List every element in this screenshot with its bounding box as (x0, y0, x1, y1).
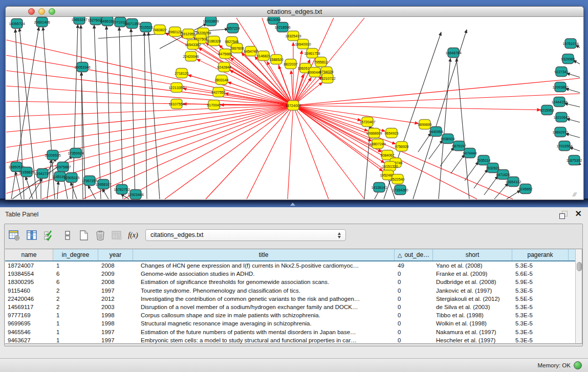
table-cell[interactable]: 9777169 (5, 312, 53, 318)
selected-edge[interactable] (83, 105, 293, 199)
scrollbar-thumb[interactable] (577, 262, 582, 271)
selected-edge[interactable] (247, 105, 293, 199)
table-cell[interactable]: 9463627 (5, 337, 53, 343)
selected-edge[interactable] (293, 94, 580, 105)
table-row[interactable]: 1938455462009Genome-wide association stu… (5, 270, 575, 278)
table-cell[interactable]: Estimation of significance thresholds fo… (133, 279, 395, 285)
selected-edge[interactable] (293, 78, 580, 105)
column-header-short[interactable]: short (433, 249, 512, 260)
selected-edge[interactable] (293, 105, 364, 199)
edge[interactable] (71, 182, 77, 199)
column-header-year[interactable]: year (98, 249, 133, 260)
table-cell[interactable]: Embryonic stem cells: a model to study s… (133, 337, 395, 343)
edge[interactable] (144, 32, 147, 199)
network-graph[interactable]: 1872400789601238912955182260589827508165… (6, 17, 582, 200)
table-cell[interactable]: Tibbo et al. (1998) (433, 312, 512, 318)
table-cell[interactable]: Tourette syndrome. Phenomenology and cla… (133, 288, 395, 294)
edge[interactable] (507, 190, 520, 199)
table-cell[interactable]: 6 (53, 271, 98, 277)
edge[interactable] (565, 134, 580, 138)
table-cell[interactable]: 0 (395, 288, 433, 294)
table-cell[interactable]: Franke et al. (2009) (433, 271, 512, 277)
table-row[interactable]: 2242004622012Investigating the contribut… (5, 295, 575, 303)
table-cell[interactable]: 5.3E-5 (512, 288, 569, 294)
table-cell[interactable]: 0 (395, 271, 433, 277)
table-cell[interactable]: 0 (395, 304, 433, 310)
edge[interactable] (494, 183, 508, 199)
edge[interactable] (567, 73, 580, 77)
edge[interactable] (567, 119, 580, 122)
table-cell[interactable]: 2008 (98, 279, 133, 285)
table-cell[interactable]: 0 (395, 279, 433, 285)
table-row[interactable]: 977716911998Corpus callosum shape and si… (5, 311, 575, 319)
edge[interactable] (47, 160, 51, 199)
table-cell[interactable]: 5.9E-5 (512, 279, 569, 285)
table-cell[interactable]: 2009 (98, 271, 133, 277)
table-cell[interactable]: 6 (53, 279, 98, 285)
table-cell[interactable]: 5.3E-5 (512, 312, 569, 318)
selected-edge[interactable] (293, 105, 329, 199)
table-cell[interactable]: 2008 (98, 262, 133, 269)
new-table-button[interactable] (77, 228, 91, 243)
selected-edge[interactable] (293, 51, 302, 105)
selected-edge[interactable] (206, 105, 293, 199)
table-cell[interactable]: 2 (53, 296, 98, 302)
edge[interactable] (119, 27, 123, 199)
table-cell[interactable]: 2003 (98, 304, 133, 310)
edge[interactable] (94, 25, 101, 199)
table-cell[interactable]: 9699695 (5, 320, 53, 326)
table-cell[interactable]: 18300295 (5, 279, 53, 285)
table-cell[interactable]: de Silva et al. (2003) (433, 304, 512, 310)
selected-edge[interactable] (293, 105, 540, 110)
table-cell[interactable]: 5.3E-5 (512, 262, 569, 269)
column-header-name[interactable]: name (5, 249, 53, 260)
table-cell[interactable]: 9115460 (5, 288, 53, 294)
table-cell[interactable]: 1997 (98, 329, 133, 335)
edge[interactable] (451, 155, 465, 173)
column-header-in_degree[interactable]: in_degree (53, 249, 98, 260)
column-header-title[interactable]: title (133, 249, 395, 260)
edge[interactable] (102, 189, 108, 199)
table-cell[interactable]: 1 (53, 329, 98, 335)
table-cell[interactable]: Dudbridge et al. (2008) (433, 279, 512, 285)
table-row[interactable]: 1456911722003Disruption of a novel membe… (5, 303, 575, 311)
table-cell[interactable]: 0 (395, 296, 433, 302)
table-row[interactable]: 1872400712008Changes of HCN gene express… (5, 261, 575, 270)
selected-edge[interactable] (288, 105, 293, 199)
table-cell[interactable]: Disruption of a novel member of a sodium… (133, 304, 395, 310)
table-cell[interactable]: 5.3E-5 (512, 329, 569, 335)
table-cell[interactable]: 0 (395, 329, 433, 335)
selected-edge[interactable] (188, 75, 293, 105)
table-cell[interactable]: 0 (395, 337, 433, 343)
selected-edge[interactable] (165, 105, 293, 199)
edge[interactable] (88, 185, 96, 199)
selected-edge[interactable] (183, 89, 293, 105)
table-cell[interactable]: 5.6E-5 (512, 271, 569, 277)
table-cell[interactable]: 19384554 (5, 271, 53, 277)
table-cell[interactable]: Genome-wide association studies in ADHD. (133, 271, 395, 277)
edge[interactable] (565, 89, 580, 93)
table-row[interactable]: 946554611997Estimation of the future num… (5, 328, 575, 336)
table-cell[interactable]: 5.5E-5 (512, 296, 569, 302)
table-cell[interactable]: 18724007 (5, 262, 53, 269)
table-cell[interactable]: 0 (395, 312, 433, 318)
table-cell[interactable]: 2 (53, 304, 98, 310)
selected-edge[interactable] (293, 105, 396, 144)
table-cell[interactable]: 1998 (98, 320, 133, 326)
selected-edge[interactable] (293, 105, 382, 152)
table-cell[interactable]: 2012 (98, 296, 133, 302)
selected-edge[interactable] (293, 105, 418, 123)
column-header-pagerank[interactable]: pagerank (512, 249, 569, 260)
table-cell[interactable]: 0 (395, 320, 433, 326)
table-cell[interactable]: 1997 (98, 337, 133, 343)
table-cell[interactable]: Corpus callosum shape and size in male p… (133, 312, 395, 318)
table-vertical-scrollbar[interactable] (575, 249, 582, 344)
table-cell[interactable]: 14569117 (5, 304, 53, 310)
table-cell[interactable]: Wolkin et al. (1998) (433, 320, 512, 326)
table-settings-button[interactable] (8, 228, 21, 243)
table-cell[interactable]: 1997 (98, 288, 133, 294)
table-cell[interactable]: 1 (53, 320, 98, 326)
table-cell[interactable]: 5.3E-5 (512, 337, 569, 343)
table-cell[interactable]: Structural magnetic resonance image aver… (133, 320, 395, 326)
table-cell[interactable]: 1 (53, 312, 98, 318)
